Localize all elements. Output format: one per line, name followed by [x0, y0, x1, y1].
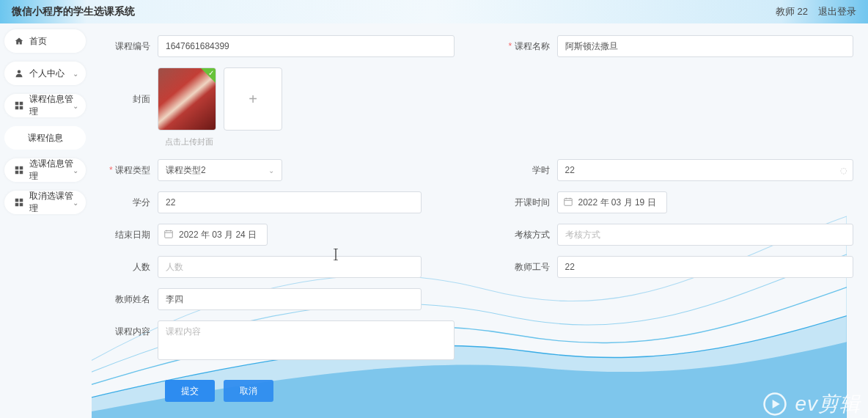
watermark-text: ev剪辑	[795, 390, 861, 418]
watermark: ev剪辑	[762, 390, 861, 418]
label-course-no: 课程编号	[106, 35, 158, 57]
course-form: 课程编号 课程名称 封面 +	[99, 31, 868, 417]
content-area: 课程编号 课程名称 封面 +	[92, 23, 868, 418]
check-badge-icon	[201, 68, 216, 83]
teacher-name-input[interactable]	[158, 288, 422, 310]
calendar-icon	[563, 197, 573, 209]
text-cursor-icon	[331, 249, 340, 260]
people-input[interactable]	[158, 256, 422, 278]
label-people: 人数	[106, 256, 158, 278]
course-type-value: 课程类型2	[166, 164, 206, 177]
logout-link[interactable]: 退出登录	[818, 5, 856, 18]
svg-rect-6	[20, 166, 23, 170]
credit-input[interactable]	[158, 191, 422, 213]
grid-icon	[15, 101, 23, 110]
svg-point-0	[18, 70, 21, 74]
calendar-icon	[163, 229, 174, 241]
exam-mode-input[interactable]	[557, 224, 854, 246]
course-content-input[interactable]	[158, 320, 455, 360]
svg-rect-2	[20, 102, 23, 106]
chevron-down-icon: ⌄	[73, 70, 78, 78]
course-no-input[interactable]	[158, 35, 455, 57]
sidebar: 首页 个人中心 ⌄ 课程信息管理 ⌄ 课程信息 选课信息管理 ⌄	[0, 23, 92, 418]
chevron-down-icon: ⌄	[73, 199, 78, 207]
sidebar-item-label: 个人中心	[29, 67, 65, 80]
label-start-date: 开课时间	[506, 191, 557, 213]
start-date-input[interactable]	[557, 191, 667, 213]
submit-button[interactable]: 提交	[165, 380, 215, 402]
chevron-down-icon: ⌄	[73, 166, 78, 175]
label-cover: 封面	[106, 67, 158, 131]
sidebar-course-mgmt[interactable]: 课程信息管理 ⌄	[4, 94, 86, 117]
home-icon	[15, 37, 23, 45]
svg-rect-12	[20, 203, 23, 207]
grid-icon	[15, 198, 23, 207]
header-user[interactable]: 教师 22	[776, 5, 808, 18]
user-icon	[15, 69, 23, 78]
cover-thumb[interactable]	[158, 67, 216, 131]
svg-rect-9	[15, 199, 19, 202]
chevron-down-icon: ⌄	[73, 102, 78, 110]
grid-icon	[15, 166, 23, 175]
svg-rect-11	[15, 203, 19, 207]
svg-rect-7	[15, 171, 19, 175]
course-type-select[interactable]: 课程类型2 ⌄	[158, 159, 282, 181]
label-course-content: 课程内容	[106, 320, 158, 342]
svg-rect-8	[20, 171, 23, 175]
label-end-date: 结束日期	[106, 224, 158, 246]
teacher-no-input[interactable]	[557, 256, 854, 278]
svg-rect-1	[15, 102, 19, 106]
sidebar-home[interactable]: 首页	[4, 29, 86, 53]
svg-rect-17	[165, 231, 173, 238]
cover-upload-add[interactable]: +	[224, 67, 282, 131]
play-icon	[762, 392, 787, 417]
sidebar-course-info[interactable]: 课程信息	[4, 126, 86, 150]
course-name-input[interactable]	[557, 35, 854, 57]
sidebar-cancel-mgmt[interactable]: 取消选课管理 ⌄	[4, 191, 86, 214]
sidebar-item-label: 课程信息	[28, 132, 63, 144]
sidebar-personal[interactable]: 个人中心 ⌄	[4, 62, 86, 85]
svg-rect-13	[564, 199, 572, 206]
svg-rect-10	[20, 199, 23, 202]
spinner-icon[interactable]: ◌	[840, 166, 847, 175]
label-credit: 学分	[106, 191, 158, 213]
label-hours: 学时	[506, 159, 557, 181]
plus-icon: +	[249, 91, 257, 108]
end-date-input[interactable]	[158, 224, 268, 246]
svg-rect-3	[15, 106, 19, 110]
chevron-down-icon: ⌄	[268, 166, 274, 175]
app-title: 微信小程序的学生选课系统	[12, 5, 135, 18]
app-header: 微信小程序的学生选课系统 教师 22 退出登录	[0, 0, 868, 23]
hours-input[interactable]	[557, 159, 854, 181]
label-course-name: 课程名称	[506, 35, 557, 57]
sidebar-item-label: 首页	[29, 35, 47, 48]
label-course-type: 课程类型	[106, 159, 158, 181]
svg-rect-5	[15, 166, 19, 170]
label-teacher-name: 教师姓名	[106, 288, 158, 310]
sidebar-selection-mgmt[interactable]: 选课信息管理 ⌄	[4, 158, 86, 182]
svg-rect-4	[20, 106, 23, 110]
cover-hint: 点击上传封面	[165, 136, 853, 147]
label-exam-mode: 考核方式	[506, 224, 557, 246]
cancel-button[interactable]: 取消	[224, 380, 273, 402]
label-teacher-no: 教师工号	[506, 256, 557, 278]
